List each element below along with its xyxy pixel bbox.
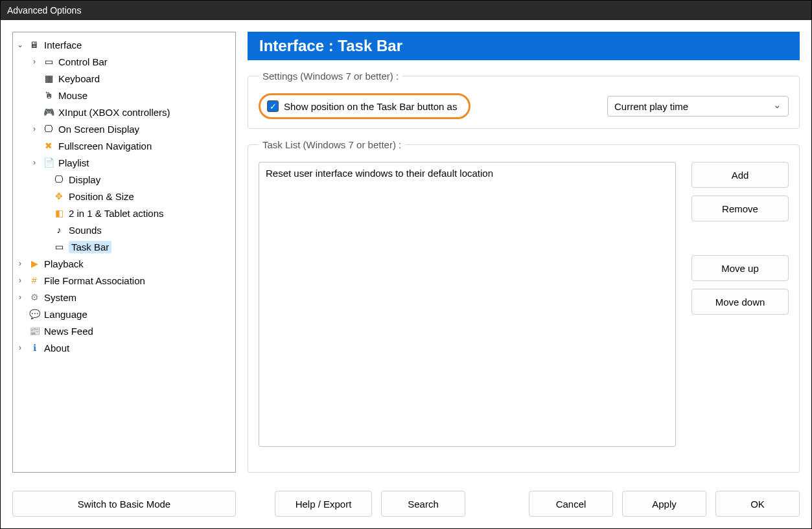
tree-node-icon: ✥ [53,190,65,202]
tree-item-label: Mouse [58,90,87,101]
tree-item-task-bar[interactable]: ▭Task Bar [16,238,233,255]
duration-mode-select[interactable]: Current play time [607,96,789,117]
tasklist-legend: Task List (Windows 7 or better) : [259,139,405,150]
tree-item-label: XInput (XBOX controllers) [58,107,170,118]
tree-item-xinput-xbox-controllers[interactable]: 🎮XInput (XBOX controllers) [16,104,233,120]
show-position-label[interactable]: Show position on the Task Bar button as [284,101,457,112]
tree-node-icon: # [29,275,40,286]
tasklist-group: Task List (Windows 7 or better) : Reset … [248,139,800,473]
move-up-button[interactable]: Move up [691,255,789,281]
tree-item-playback[interactable]: ›▶Playback [16,255,233,272]
tree-expander-icon[interactable]: › [30,158,39,167]
tree-item-label: Task Bar [69,241,111,253]
tree-node-icon: ♪ [53,224,65,236]
tree-item-on-screen-display[interactable]: ›🖵On Screen Display [16,120,233,137]
tree-node-icon: 📰 [29,325,40,337]
tree-item-display[interactable]: 🖵Display [16,171,233,188]
task-listbox[interactable]: Reset user interface windows to their de… [259,162,676,447]
tree-item-label: About [44,343,69,354]
tree-item-system[interactable]: ›⚙System [16,289,233,306]
tree-node-icon: ◧ [53,207,65,219]
tree-expander-icon[interactable]: › [30,57,39,66]
remove-button[interactable]: Remove [691,196,789,221]
tree-item-label: Position & Size [69,191,134,202]
basic-mode-button[interactable]: Switch to Basic Mode [12,491,236,517]
tree-item-label: Language [44,309,87,320]
tree-node-icon: ▭ [43,56,54,67]
tree-item-label: News Feed [44,326,93,337]
tree-item-label: Playback [44,258,84,269]
tree-item-label: Control Bar [58,56,108,67]
tree-item-control-bar[interactable]: ›▭Control Bar [16,53,233,70]
tree-node-icon: 💬 [29,308,40,320]
window-title: Advanced Options [7,5,81,16]
settings-legend: Settings (Windows 7 or better) : [259,71,402,82]
tree-expander-icon[interactable]: › [16,259,25,268]
tree-node-icon: ▭ [53,241,65,253]
highlighted-setting: ✓ Show position on the Task Bar button a… [259,93,470,119]
tree-node-icon: ✖ [43,140,54,152]
tree-item-label: Display [69,174,100,185]
tree-node-icon: 🖥 [29,39,40,51]
task-item[interactable]: Reset user interface windows to their de… [266,168,669,179]
tree-item-position-size[interactable]: ✥Position & Size [16,188,233,205]
settings-group: Settings (Windows 7 or better) : ✓ Show … [248,71,800,129]
page-title: Interface : Task Bar [248,32,800,60]
cancel-button[interactable]: Cancel [529,491,613,517]
tree-node-icon: 🖵 [43,123,54,135]
tree-node-icon: ⚙ [29,291,40,303]
tree-node-icon: 🎮 [43,106,54,118]
tree-node-icon: 🖵 [53,174,65,185]
tree-item-about[interactable]: ›ℹAbout [16,339,233,356]
help-export-button[interactable]: Help / Export [275,491,372,517]
tree-item-2-in-1-tablet-actions[interactable]: ◧2 in 1 & Tablet actions [16,205,233,221]
tree-node-icon: ℹ [29,342,40,354]
tree-expander-icon[interactable]: ⌄ [16,40,25,49]
tree-item-label: Keyboard [58,73,100,84]
tree-expander-icon[interactable]: › [16,276,25,285]
tree-item-language[interactable]: 💬Language [16,306,233,322]
tree-node-icon: ▦ [43,73,54,84]
tree-node-icon: ▶ [29,258,40,269]
tree-expander-icon[interactable]: › [16,293,25,302]
add-button[interactable]: Add [691,162,789,188]
tree-item-label: Sounds [69,225,102,236]
tree-node-icon: 📄 [43,157,54,168]
tree-item-file-format-association[interactable]: ›#File Format Association [16,272,233,289]
tree-expander-icon[interactable]: › [16,343,25,352]
bottom-bar: Switch to Basic Mode Help / Export Searc… [1,484,811,528]
tree-item-label: Interface [44,39,82,51]
duration-mode-value: Current play time [614,101,688,112]
search-button[interactable]: Search [381,491,465,517]
tree-item-news-feed[interactable]: 📰News Feed [16,322,233,339]
tree-item-label: Fullscreen Navigation [58,141,152,152]
tree-item-sounds[interactable]: ♪Sounds [16,221,233,238]
move-down-button[interactable]: Move down [691,289,789,315]
tree-node-icon: 🖱 [43,89,54,101]
tree-item-playlist[interactable]: ›📄Playlist [16,154,233,171]
tree-item-interface[interactable]: ⌄🖥Interface [16,36,233,53]
tree-item-label: System [44,292,76,303]
window-titlebar: Advanced Options [1,1,811,20]
tree-item-label: On Screen Display [58,124,139,135]
tree-item-label: 2 in 1 & Tablet actions [69,208,163,219]
tree-item-fullscreen-navigation[interactable]: ✖Fullscreen Navigation [16,137,233,154]
tree-expander-icon[interactable]: › [30,124,39,133]
tree-item-label: File Format Association [44,275,145,286]
show-position-checkbox[interactable]: ✓ [267,100,279,112]
apply-button[interactable]: Apply [622,491,706,517]
tree-item-mouse[interactable]: 🖱Mouse [16,87,233,104]
ok-button[interactable]: OK [715,491,800,517]
tree-item-label: Playlist [58,157,89,168]
tree-item-keyboard[interactable]: ▦Keyboard [16,70,233,87]
nav-tree[interactable]: ⌄🖥Interface›▭Control Bar▦Keyboard🖱Mouse🎮… [12,32,236,473]
